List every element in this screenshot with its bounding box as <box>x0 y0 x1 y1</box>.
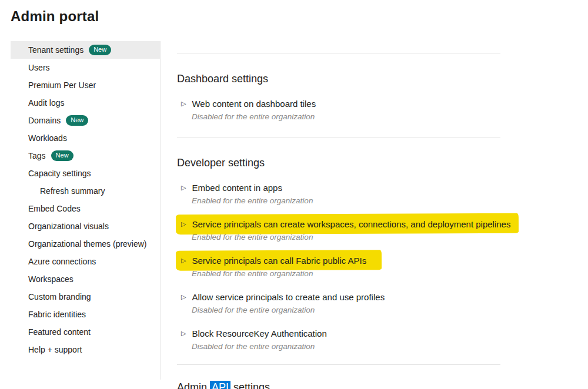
section-divider <box>177 137 500 138</box>
new-badge: New <box>89 45 111 55</box>
sidebar-item-label: Featured content <box>28 327 91 337</box>
setting-status: Disabled for the entire organization <box>192 341 500 352</box>
sidebar-item-refresh-summary[interactable]: Refresh summary <box>11 182 160 200</box>
sidebar-item-workspaces[interactable]: Workspaces <box>11 270 160 288</box>
setting-expand-header[interactable]: ▷ Web content on dashboard tiles <box>181 98 316 110</box>
section-divider <box>177 53 500 53</box>
section-divider <box>177 364 500 365</box>
sidebar-item-embed-codes[interactable]: Embed Codes <box>11 200 160 217</box>
setting-row-block-resourcekey-auth: ▷ Block ResourceKey Authentication Disab… <box>177 327 500 352</box>
sidebar-item-label: Help + support <box>28 345 82 354</box>
sidebar-item-label: Premium Per User <box>28 81 96 90</box>
sidebar-item-label: Fabric identities <box>28 310 86 319</box>
sidebar: Tenant settings New Users Premium Per Us… <box>11 41 161 380</box>
section-title-admin-api-settings: Admin API settings <box>177 380 500 389</box>
sidebar-item-fabric-identities[interactable]: Fabric identities <box>11 306 160 323</box>
sidebar-item-label: Organizational themes (preview) <box>28 239 147 249</box>
heading-text-prefix: Admin <box>177 381 210 389</box>
setting-title: Embed content in apps <box>192 182 282 195</box>
expander-chevron-icon[interactable]: ▷ <box>181 181 186 194</box>
sidebar-item-tenant-settings[interactable]: Tenant settings New <box>11 41 160 59</box>
setting-row-service-principals-workspaces: ▷ Service principals can create workspac… <box>177 218 500 243</box>
setting-title: Service principals can call Fabric publi… <box>192 254 366 267</box>
sidebar-item-label: Refresh summary <box>40 186 105 196</box>
setting-title: Service principals can create workspaces… <box>192 218 510 231</box>
sidebar-item-label: Tenant settings <box>28 45 83 55</box>
sidebar-item-label: Domains <box>28 116 61 125</box>
new-badge: New <box>51 150 74 161</box>
section-title-dashboard-settings: Dashboard settings <box>177 72 500 86</box>
sidebar-item-azure-connections[interactable]: Azure connections <box>11 253 160 270</box>
sidebar-item-custom-branding[interactable]: Custom branding <box>11 288 160 306</box>
sidebar-item-domains[interactable]: Domains New <box>11 112 160 129</box>
setting-row-web-content-dashboard-tiles: ▷ Web content on dashboard tiles Disable… <box>177 98 500 122</box>
setting-status: Disabled for the entire organization <box>192 111 500 122</box>
sidebar-item-label: Organizational visuals <box>28 222 109 231</box>
setting-expand-header-highlighted[interactable]: ▷ Service principals can call Fabric pub… <box>181 254 366 267</box>
setting-expand-header[interactable]: ▷ Allow service principals to create and… <box>181 291 385 304</box>
heading-text-suffix: settings <box>230 381 270 389</box>
setting-status: Enabled for the entire organization <box>192 195 500 206</box>
sidebar-item-label: Workspaces <box>28 274 74 284</box>
sidebar-item-label: Tags <box>28 151 46 160</box>
setting-row-service-principals-profiles: ▷ Allow service principals to create and… <box>177 291 500 316</box>
setting-row-service-principals-fabric-apis: ▷ Service principals can call Fabric pub… <box>177 254 500 279</box>
expander-chevron-icon[interactable]: ▷ <box>181 254 186 267</box>
setting-status: Disabled for the entire organization <box>192 304 500 316</box>
sidebar-item-label: Audit logs <box>28 98 64 108</box>
setting-row-embed-content-in-apps: ▷ Embed content in apps Enabled for the … <box>177 182 500 206</box>
sidebar-item-premium-per-user[interactable]: Premium Per User <box>11 76 160 94</box>
setting-expand-header[interactable]: ▷ Embed content in apps <box>181 182 282 195</box>
sidebar-item-label: Embed Codes <box>28 204 81 213</box>
setting-expand-header-highlighted[interactable]: ▷ Service principals can create workspac… <box>181 218 510 231</box>
sidebar-item-workloads[interactable]: Workloads <box>11 129 160 147</box>
find-match-highlight: API <box>210 381 230 389</box>
setting-title: Allow service principals to create and u… <box>192 291 385 304</box>
expander-chevron-icon[interactable]: ▷ <box>181 217 186 230</box>
expander-chevron-icon[interactable]: ▷ <box>181 327 186 340</box>
sidebar-item-label: Azure connections <box>28 257 96 266</box>
sidebar-item-label: Workloads <box>28 133 67 143</box>
sidebar-item-tags[interactable]: Tags New <box>11 147 160 165</box>
sidebar-item-users[interactable]: Users <box>11 59 160 76</box>
sidebar-item-featured-content[interactable]: Featured content <box>11 323 160 341</box>
sidebar-item-help-support[interactable]: Help + support <box>11 341 160 358</box>
setting-expand-header[interactable]: ▷ Block ResourceKey Authentication <box>181 327 327 340</box>
expander-chevron-icon[interactable]: ▷ <box>181 97 186 110</box>
sidebar-item-organizational-themes[interactable]: Organizational themes (preview) <box>11 235 160 253</box>
setting-title: Block ResourceKey Authentication <box>192 327 326 340</box>
expander-chevron-icon[interactable]: ▷ <box>181 290 186 303</box>
new-badge: New <box>66 115 88 126</box>
sidebar-item-label: Users <box>28 63 50 72</box>
sidebar-item-audit-logs[interactable]: Audit logs <box>11 94 160 112</box>
sidebar-item-capacity-settings[interactable]: Capacity settings <box>11 165 160 182</box>
settings-content: Dashboard settings ▷ Web content on dash… <box>177 44 500 389</box>
sidebar-item-label: Custom branding <box>28 292 91 301</box>
page-title: Admin portal <box>11 8 99 25</box>
sidebar-item-organizational-visuals[interactable]: Organizational visuals <box>11 217 160 235</box>
sidebar-item-label: Capacity settings <box>28 169 91 178</box>
setting-title: Web content on dashboard tiles <box>192 98 316 110</box>
section-title-developer-settings: Developer settings <box>177 156 500 170</box>
